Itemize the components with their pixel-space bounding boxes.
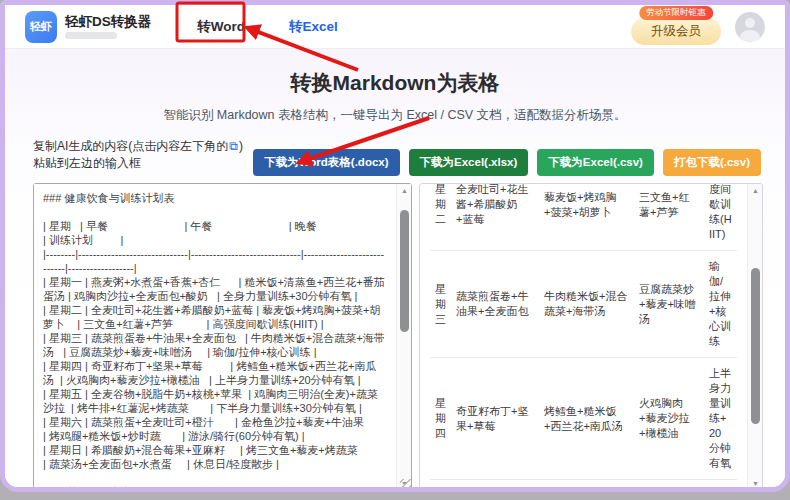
breakfast-cell: 蔬菜煎蛋卷+牛油果+全麦面包 <box>451 251 539 358</box>
table-row: 星期三 蔬菜煎蛋卷+牛油果+全麦面包 牛肉糙米饭+混合蔬菜+海带汤 豆腐蔬菜炒+… <box>430 251 737 358</box>
app-subtitle-redacted <box>65 32 117 39</box>
table-preview-panel: 星期二 全麦吐司+花生酱+希腊酸奶+蓝莓 藜麦饭+烤鸡胸+菠菜+胡萝卜 三文鱼+… <box>419 183 763 491</box>
page-subtitle: 智能识别 Markdown 表格结构，一键导出为 Excel / CSV 文档，… <box>5 107 785 124</box>
lunch-cell: 鸡胸肉三明治(全麦)+蔬菜沙拉 <box>539 480 634 491</box>
promo-badge: 劳动节限时钜惠 <box>639 6 713 20</box>
training-cell: 高强度间歇训练(HIIT) <box>704 184 737 251</box>
preview-content: 星期二 全麦吐司+花生酱+希腊酸奶+蓝莓 藜麦饭+烤鸡胸+菠菜+胡萝卜 三文鱼+… <box>430 184 737 490</box>
page-title: 转换Markdown为表格 <box>5 49 785 97</box>
upgrade-button[interactable]: 升级会员 <box>631 18 721 45</box>
download-zip-button[interactable]: 打包下载(.csv) <box>663 149 761 176</box>
breakfast-cell: 全麦吐司+花生酱+希腊酸奶+蓝莓 <box>451 184 539 251</box>
brand: 轻虾DS转换器 <box>65 14 151 39</box>
app-title: 轻虾DS转换器 <box>65 14 151 29</box>
upgrade-area: 劳动节限时钜惠 升级会员 <box>631 8 721 45</box>
app-window: 轻虾 轻虾DS转换器 转Word 转Excel 劳动节限时钜惠 升级会员 转换M… <box>0 0 790 492</box>
day-cell: 星期三 <box>430 251 451 358</box>
navbar-right: 劳动节限时钜惠 升级会员 <box>631 8 765 45</box>
dinner-cell: 火鸡胸肉+藜麦沙拉+橄榄油 <box>634 358 704 480</box>
app-logo[interactable]: 轻虾 <box>25 11 57 43</box>
download-xlsx-button[interactable]: 下载为Excel(.xlsx) <box>409 149 529 176</box>
editor-scrollbar-thumb[interactable] <box>400 210 409 332</box>
editor-scrollbar[interactable]: ▲ ▼ <box>396 184 411 490</box>
day-cell: 星期二 <box>430 184 451 251</box>
training-cell: 瑜伽/拉伸+核心训练 <box>704 251 737 358</box>
day-cell: 星期四 <box>430 358 451 480</box>
paste-hint: 复制AI生成的内容(点击内容左下角的⧉) 粘贴到左边的输入框 <box>33 138 253 176</box>
dinner-cell: 豆腐蔬菜炒+藜麦+味噌汤 <box>634 251 704 358</box>
panels: ### 健康饮食与训练计划表 | 星期 | 早餐 | 午餐 | 晚餐 | 训练计… <box>33 183 763 491</box>
scroll-up-icon[interactable]: ▲ <box>748 184 763 197</box>
table-row: 星期五 全麦谷物+脱脂牛奶+核桃+苹果 鸡胸肉三明治(全麦)+蔬菜沙拉 烤牛排+… <box>430 480 737 491</box>
preview-scrollbar[interactable]: ▲ ▼ <box>747 184 762 490</box>
training-cell: 下半身力量训练+30分钟有氧 <box>704 480 737 491</box>
dinner-cell: 三文鱼+红薯+芦笋 <box>634 184 704 251</box>
toolbar: 复制AI生成的内容(点击内容左下角的⧉) 粘贴到左边的输入框 下载为Word表格… <box>33 138 761 176</box>
breakfast-cell: 奇亚籽布丁+坚果+草莓 <box>451 358 539 480</box>
main-content: 转换Markdown为表格 智能识别 Markdown 表格结构，一键导出为 E… <box>5 49 785 492</box>
resize-grip[interactable] <box>400 479 411 490</box>
markdown-input[interactable]: ### 健康饮食与训练计划表 | 星期 | 早餐 | 午餐 | 晚餐 | 训练计… <box>34 184 396 490</box>
preview-viewport: 星期二 全麦吐司+花生酱+希腊酸奶+蓝莓 藜麦饭+烤鸡胸+菠菜+胡萝卜 三文鱼+… <box>420 184 747 490</box>
navbar: 轻虾 轻虾DS转换器 转Word 转Excel 劳动节限时钜惠 升级会员 <box>5 5 785 49</box>
download-buttons: 下载为Word表格(.docx) 下载为Excel(.xlsx) 下载为Exce… <box>253 149 761 176</box>
day-cell: 星期五 <box>430 480 451 491</box>
lunch-cell: 牛肉糙米饭+混合蔬菜+海带汤 <box>539 251 634 358</box>
breakfast-cell: 全麦谷物+脱脂牛奶+核桃+苹果 <box>451 480 539 491</box>
download-csv-button[interactable]: 下载为Excel(.csv) <box>537 149 654 176</box>
training-cell: 上半身力量训练+20分钟有氧 <box>704 358 737 480</box>
nav-item-word[interactable]: 转Word <box>197 18 245 36</box>
nav-item-excel[interactable]: 转Excel <box>289 18 338 36</box>
scroll-up-icon[interactable]: ▲ <box>397 184 412 197</box>
preview-scrollbar-thumb[interactable] <box>751 268 760 424</box>
dinner-cell: 烤牛排+红薯泥+烤蔬菜 <box>634 480 704 491</box>
table-row: 星期四 奇亚籽布丁+坚果+草莓 烤鳕鱼+糙米饭+西兰花+南瓜汤 火鸡胸肉+藜麦沙… <box>430 358 737 480</box>
table-row: 星期二 全麦吐司+花生酱+希腊酸奶+蓝莓 藜麦饭+烤鸡胸+菠菜+胡萝卜 三文鱼+… <box>430 184 737 251</box>
lunch-cell: 藜麦饭+烤鸡胸+菠菜+胡萝卜 <box>539 184 634 251</box>
scroll-down-icon[interactable]: ▼ <box>748 477 763 490</box>
copy-icon: ⧉ <box>228 139 239 153</box>
download-word-button[interactable]: 下载为Word表格(.docx) <box>253 149 399 176</box>
meal-plan-table: 星期二 全麦吐司+花生酱+希腊酸奶+蓝莓 藜麦饭+烤鸡胸+菠菜+胡萝卜 三文鱼+… <box>430 184 737 490</box>
nav-links: 转Word 转Excel <box>197 18 338 36</box>
avatar-icon[interactable] <box>735 12 765 42</box>
markdown-editor-panel: ### 健康饮食与训练计划表 | 星期 | 早餐 | 午餐 | 晚餐 | 训练计… <box>33 183 412 491</box>
lunch-cell: 烤鳕鱼+糙米饭+西兰花+南瓜汤 <box>539 358 634 480</box>
paste-hint-text-before: 复制AI生成的内容(点击内容左下角的 <box>33 139 228 153</box>
